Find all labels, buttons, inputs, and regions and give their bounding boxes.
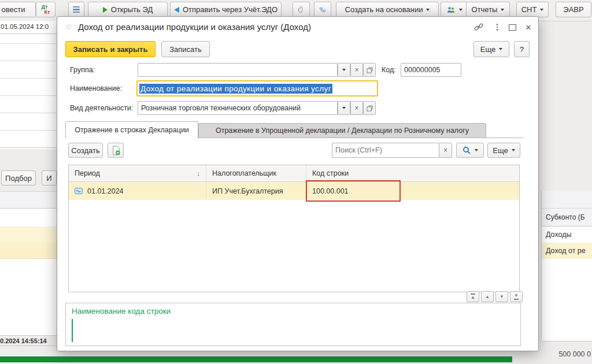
list-icon	[73, 6, 80, 13]
group-clear-button[interactable]: ×	[350, 63, 363, 77]
dtkt-button[interactable]: Дт Кт	[36, 2, 56, 17]
provesti-label: овести	[2, 5, 25, 14]
record-icon	[75, 188, 83, 194]
grid-line	[0, 95, 57, 96]
arrow-down-icon: ▼	[514, 294, 519, 298]
column-taxpayer[interactable]: Налогоплательщик	[206, 165, 306, 181]
dtkt-icon: Дт Кт	[42, 5, 50, 15]
go-last-button[interactable]: ▼	[510, 291, 523, 302]
grid-line	[0, 130, 57, 131]
structure-icon	[320, 6, 325, 14]
declaration-lines-table: Период ↓ Налогоплательщик Код строки 01.…	[68, 165, 520, 292]
grid-line	[0, 61, 57, 61]
copy-button[interactable]	[108, 143, 124, 158]
bg-table-body	[542, 259, 592, 341]
users-menu-button[interactable]	[441, 2, 468, 17]
maximize-icon	[509, 24, 516, 31]
search-input[interactable]	[332, 143, 439, 158]
grid-line	[542, 341, 592, 341]
activity-dropdown-button[interactable]	[338, 101, 350, 115]
search-clear-button[interactable]: ×	[439, 143, 452, 158]
send-edo-button[interactable]: Отправить через Учёт.ЭДО	[170, 2, 282, 17]
play-icon	[103, 7, 108, 13]
maximize-button[interactable]	[507, 22, 517, 32]
bg-amount-cell: 500 000 0	[538, 350, 591, 358]
list-more-button[interactable]: Еще	[487, 143, 520, 158]
code-input[interactable]	[401, 63, 461, 77]
clear-icon: ×	[354, 66, 358, 73]
grid-line	[0, 34, 57, 34]
open-icon	[367, 105, 373, 112]
more-button[interactable]: Еще	[473, 41, 509, 57]
caret-down-icon	[342, 69, 346, 71]
eavr-button[interactable]: ЭАВР	[556, 2, 591, 17]
structure-button[interactable]	[314, 2, 331, 17]
people-icon	[446, 6, 456, 14]
screen: овести Дт Кт Открыть ЭД Отправить через …	[0, 0, 592, 364]
caret-down-icon	[426, 9, 430, 11]
line-code-name-hint: Наименование кода строки	[72, 307, 171, 315]
caret-down-icon	[499, 48, 502, 50]
caret-down-icon	[459, 9, 462, 11]
attach-button[interactable]	[293, 2, 310, 17]
activity-label: Вид деятельности:	[70, 104, 133, 112]
podbor-button[interactable]: Подбор	[1, 170, 36, 185]
caret-down-icon	[540, 9, 543, 11]
activity-open-button[interactable]	[363, 101, 376, 115]
go-previous-button[interactable]: ▲	[481, 291, 494, 302]
go-next-button[interactable]: ▼	[495, 291, 508, 302]
reports-button[interactable]: Отчеты	[466, 2, 510, 17]
taxpayer-cell[interactable]: ИП Учет.Бухгалтерия	[206, 182, 306, 200]
arrow-up-icon: ▲	[471, 295, 475, 300]
bg-row	[0, 243, 57, 259]
activity-input[interactable]	[138, 101, 338, 115]
find-button[interactable]	[456, 143, 484, 158]
sort-asc-icon: ↓	[197, 170, 201, 177]
bar-icon	[514, 299, 519, 300]
line-code-name-field[interactable]: Наименование кода строки	[65, 303, 521, 346]
income-item-dialog: ☆ Доход от реализации продукции и оказан…	[57, 16, 539, 351]
table-row[interactable]: 01.01.2024 ИП Учет.Бухгалтерия 100.00.00…	[69, 182, 519, 200]
favorite-star-icon[interactable]: ☆	[65, 22, 72, 31]
go-first-button[interactable]: ▲	[467, 291, 479, 302]
close-icon: ×	[526, 23, 531, 32]
provesti-button[interactable]: овести	[0, 2, 36, 17]
dialog-title: Доход от реализации продукции и оказания…	[78, 22, 311, 32]
tab-declaration-lines[interactable]: Отражение в строках Декларации	[65, 121, 198, 138]
group-open-button[interactable]	[363, 63, 376, 77]
caret-down-icon	[501, 9, 504, 11]
save-and-close-button[interactable]: Записать и закрыть	[65, 41, 156, 57]
grid-line	[0, 43, 57, 44]
bg-header-cell	[542, 191, 592, 209]
save-button[interactable]: Записать	[161, 41, 210, 57]
activity-clear-button[interactable]: ×	[350, 101, 363, 115]
group-input[interactable]	[138, 63, 338, 77]
tab-simplified-declaration[interactable]: Отражение в Упрощенной декларации / Декл…	[198, 123, 486, 138]
create-button[interactable]: Создать	[68, 143, 103, 158]
arrow-down-icon: ▼	[500, 295, 504, 299]
snt-button[interactable]: СНТ	[516, 2, 549, 17]
i-button[interactable]: И	[42, 170, 57, 185]
period-cell[interactable]: 01.01.2024	[69, 182, 206, 200]
close-button[interactable]: ×	[523, 22, 534, 32]
bg-row	[0, 226, 57, 243]
table-header-row: Период ↓ Налогоплательщик Код строки	[69, 165, 519, 182]
open-ed-button[interactable]: Открыть ЭД	[88, 2, 168, 17]
kebab-icon	[497, 24, 498, 31]
bg-table-header	[0, 191, 57, 209]
list-button[interactable]	[68, 2, 84, 17]
bg-header-cell: Субконто (Б	[542, 209, 592, 226]
caret-down-icon	[512, 149, 515, 151]
group-dropdown-button[interactable]	[338, 63, 350, 77]
link-icon	[474, 23, 483, 32]
name-input[interactable]: Доход от реализации продукции и оказания…	[136, 80, 378, 96]
column-period[interactable]: Период ↓	[69, 165, 206, 181]
column-line-code[interactable]: Код строки	[306, 165, 519, 181]
grid-line	[0, 113, 57, 113]
help-button[interactable]: ?	[514, 41, 530, 57]
caret-down-icon	[342, 107, 346, 109]
get-link-button[interactable]	[473, 22, 484, 32]
create-based-on-button[interactable]: Создать на основании	[336, 2, 439, 17]
window-menu-button[interactable]	[492, 22, 502, 32]
selected-text: Доход от реализации продукции и оказания…	[139, 84, 332, 94]
